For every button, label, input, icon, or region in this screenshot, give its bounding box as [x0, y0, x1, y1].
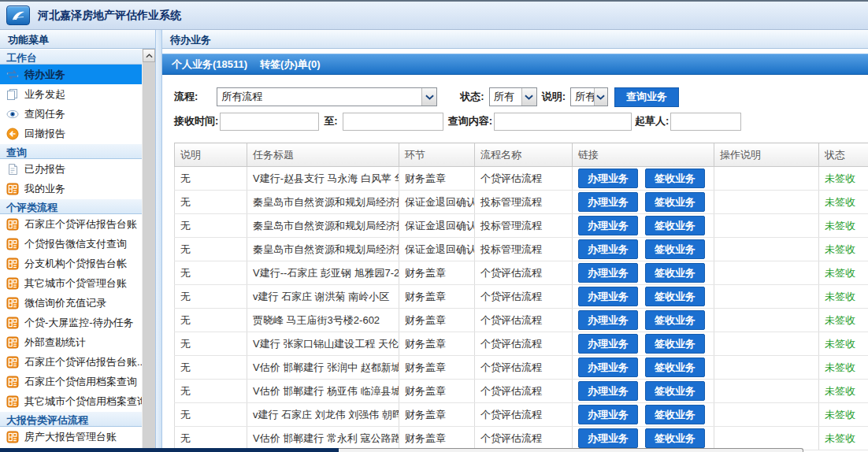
sidebar-item[interactable]: 其它城市个贷信用档案查询: [0, 391, 142, 411]
handle-business-button[interactable]: 办理业务: [578, 334, 638, 354]
row-op-cell: [714, 332, 819, 356]
sidebar-item[interactable]: 回撤报告: [0, 124, 142, 143]
handle-business-button[interactable]: 办理业务: [578, 216, 638, 235]
sidebar-item[interactable]: 已办报告: [0, 159, 142, 179]
row-link-cell: 办理业务签收业务: [573, 427, 714, 450]
sign-business-button[interactable]: 签收业务: [645, 192, 705, 212]
sidebar-item-label: 石家庄个贷评估报告台账: [24, 217, 137, 232]
process-label: 流程:: [174, 90, 198, 104]
row-flow-cell: 投标管理流程: [475, 238, 573, 261]
sign-business-button[interactable]: 签收业务: [645, 334, 705, 354]
sidebar-item[interactable]: 石家庄个贷评估报告台账...: [0, 352, 142, 372]
sidebar-section-header: 查询: [0, 143, 142, 159]
sign-business-button[interactable]: 签收业务: [645, 287, 705, 306]
handle-business-button[interactable]: 办理业务: [578, 358, 638, 377]
sign-business-button[interactable]: 签收业务: [645, 358, 705, 377]
row-desc-cell: 无: [175, 214, 247, 238]
process-select[interactable]: 所有流程: [217, 87, 437, 106]
scroll-up-button[interactable]: [143, 49, 155, 62]
ledger-icon: [6, 257, 19, 270]
sign-business-button[interactable]: 签收业务: [645, 405, 705, 424]
row-desc-cell: 无: [175, 238, 247, 261]
row-flow-cell: 投标管理流程: [475, 191, 573, 214]
sidebar-section-header: 工作台: [0, 49, 142, 65]
row-title-cell: V估价 邯郸建行 常永利 寇公路路南: [247, 427, 399, 450]
row-flow-cell: 个贷评估流程: [475, 356, 573, 380]
note-select[interactable]: 所有: [570, 87, 608, 106]
ledger-icon: [6, 430, 19, 443]
row-status-cell: 未签收: [819, 261, 868, 285]
sidebar-scrollbar[interactable]: [142, 49, 155, 452]
row-status-cell: 未签收: [819, 332, 868, 356]
sidebar-item[interactable]: 我的业务: [0, 179, 142, 198]
sidebar-item[interactable]: 业务发起: [0, 84, 142, 104]
row-title-cell: 秦皇岛市自然资源和规划局经济技术: [247, 191, 399, 214]
drafter-label: 起草人:: [635, 114, 669, 128]
row-title-cell: 秦皇岛市自然资源和规划局经济技术: [247, 238, 399, 261]
handle-business-button[interactable]: 办理业务: [578, 405, 638, 424]
sign-business-button[interactable]: 签收业务: [645, 216, 705, 235]
sidebar-item-label: 回撤报告: [24, 127, 65, 141]
sign-business-button[interactable]: 签收业务: [645, 239, 705, 259]
row-flow-cell: 个贷评估流程: [475, 309, 573, 332]
search-business-button[interactable]: 查询业务: [614, 87, 679, 107]
row-step-cell: 财务盖章: [399, 285, 475, 309]
row-link-cell: 办理业务签收业务: [573, 191, 714, 214]
sidebar-item[interactable]: 查阅任务: [0, 104, 142, 124]
sidebar-item-label: 石家庄个贷评估报告台账...: [24, 355, 142, 369]
sidebar-item[interactable]: 外部查勘统计: [0, 332, 142, 352]
sidebar-item[interactable]: 房产大报告管理台账: [0, 427, 142, 446]
row-flow-cell: 个贷评估流程: [475, 167, 573, 191]
row-status-cell: 未签收: [819, 356, 868, 380]
tab-1[interactable]: 转签(办)单(0): [260, 57, 321, 72]
row-op-cell: [714, 191, 819, 214]
tab-bar: 个人业务(18511)转签(办)单(0): [162, 54, 868, 75]
handle-business-button[interactable]: 办理业务: [578, 239, 638, 259]
status-select[interactable]: 所有: [489, 87, 537, 106]
ledger-icon: [6, 237, 19, 250]
sidebar-item[interactable]: 个贷报告微信支付查询: [0, 234, 142, 254]
ledger-icon: [6, 335, 19, 349]
sign-business-button[interactable]: 签收业务: [645, 310, 705, 330]
tab-0[interactable]: 个人业务(18511): [172, 57, 247, 72]
row-op-cell: [714, 285, 819, 309]
handle-business-button[interactable]: 办理业务: [578, 381, 638, 401]
row-status-cell: 未签收: [819, 403, 868, 427]
sidebar: 功能菜单 工作台待办业务业务发起查阅任务回撤报告查询已办报告我的业务个评类流程石…: [0, 30, 155, 452]
sidebar-section-header: 大报告类评估流程: [0, 411, 142, 427]
sidebar-item[interactable]: 微信询价充值记录: [0, 293, 142, 313]
row-title-cell: 贾晓峰 马王庙街3号楼2-602: [247, 309, 399, 332]
table-row: 无V估价 邯郸建行 常永利 寇公路路南财务盖章个贷评估流程办理业务签收业务未签收: [175, 427, 868, 450]
sidebar-item-label: 个贷报告微信支付查询: [24, 237, 127, 251]
handle-business-button[interactable]: 办理业务: [578, 169, 638, 188]
handle-business-button[interactable]: 办理业务: [578, 428, 638, 448]
sidebar-item-label: 其它城市个贷管理台账: [24, 276, 127, 291]
content-input[interactable]: [494, 113, 632, 131]
handle-business-button[interactable]: 办理业务: [578, 310, 638, 330]
row-title-cell: V估价 邯郸建行 张润中 赵都新城美: [247, 356, 399, 380]
receive-time-input[interactable]: [220, 113, 319, 131]
sign-business-button[interactable]: 签收业务: [645, 263, 705, 283]
drafter-input[interactable]: [670, 113, 741, 131]
sign-business-button[interactable]: 签收业务: [645, 169, 705, 188]
ledger-icon: [6, 355, 19, 369]
sidebar-item[interactable]: 石家庄个贷评估报告台账: [0, 214, 142, 234]
sidebar-item[interactable]: 其它城市个贷管理台账: [0, 273, 142, 293]
eye-icon: [6, 107, 19, 120]
handle-business-button[interactable]: 办理业务: [578, 263, 638, 283]
sidebar-item[interactable]: 石家庄个贷信用档案查询: [0, 372, 142, 391]
row-flow-cell: 个贷评估流程: [475, 285, 573, 309]
sign-business-button[interactable]: 签收业务: [645, 381, 705, 401]
receive-time-to-input[interactable]: [343, 113, 443, 131]
sidebar-item[interactable]: 个贷-大屏监控-待办任务: [0, 313, 142, 332]
row-status-cell: 未签收: [819, 309, 868, 332]
row-status-cell: 未签收: [819, 167, 868, 191]
handle-business-button[interactable]: 办理业务: [578, 287, 638, 306]
sidebar-item[interactable]: 分支机构个贷报告台帐: [0, 254, 142, 273]
sign-business-button[interactable]: 签收业务: [645, 428, 705, 448]
table-row: 无V建行-赵县支行 马永海 白风苹 华财务盖章个贷评估流程办理业务签收业务未签收: [175, 167, 868, 191]
handle-business-button[interactable]: 办理业务: [578, 192, 638, 212]
table-row: 无秦皇岛市自然资源和规划局经济技术保证金退回确认投标管理流程办理业务签收业务未签…: [175, 214, 868, 238]
sidebar-item[interactable]: 待办业务: [0, 65, 142, 84]
sidebar-item-label: 业务发起: [24, 87, 65, 102]
